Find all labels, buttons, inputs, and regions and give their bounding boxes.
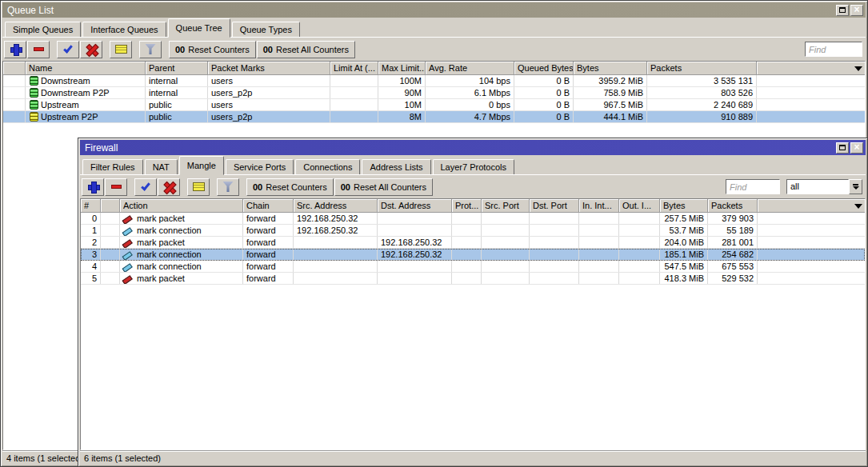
comment-icon xyxy=(193,182,205,191)
column-out-interface[interactable]: Out. I... xyxy=(619,199,660,213)
column-protocol[interactable]: Prot... xyxy=(452,199,482,213)
column-name[interactable]: Name xyxy=(26,62,146,75)
queue-bytes: 758.9 MiB xyxy=(574,87,647,98)
reset-all-counters-label: Reset All Counters xyxy=(354,182,426,192)
queue-avg-rate: 4.7 Mbps xyxy=(426,111,514,122)
tab-mangle[interactable]: Mangle xyxy=(179,156,224,175)
chain-filter-combo[interactable]: all xyxy=(786,179,862,194)
tab-nat[interactable]: NAT xyxy=(145,159,178,175)
tab-filter-rules[interactable]: Filter Rules xyxy=(82,159,143,175)
maximize-button[interactable] xyxy=(836,5,849,16)
filter-button[interactable] xyxy=(217,178,239,196)
mangle-rule-row[interactable]: 2 mark packet forward 192.168.250.32 204… xyxy=(81,237,865,249)
column-select-button[interactable] xyxy=(853,63,863,74)
close-icon: × xyxy=(854,143,859,151)
rule-number: 5 xyxy=(81,273,101,284)
tab-queue-types[interactable]: Queue Types xyxy=(232,22,300,38)
column-in-interface[interactable]: In. Int... xyxy=(579,199,619,213)
disable-button[interactable] xyxy=(158,178,180,196)
mangle-rule-row[interactable]: 0 mark packet forward 192.168.250.32 257… xyxy=(81,213,865,225)
tab-address-lists[interactable]: Address Lists xyxy=(362,159,430,175)
column-packet-marks[interactable]: Packet Marks xyxy=(208,62,330,75)
comment-button[interactable] xyxy=(187,178,210,196)
disable-button[interactable] xyxy=(80,41,102,58)
chain-filter-value[interactable]: all xyxy=(786,179,849,194)
column-packets[interactable]: Packets xyxy=(647,62,757,75)
rule-dst-address: 192.168.250.32 xyxy=(378,237,452,248)
tab-simple-queues[interactable]: Simple Queues xyxy=(5,22,81,38)
column-dst-port[interactable]: Dst. Port xyxy=(530,199,579,213)
minus-icon xyxy=(34,47,44,51)
queue-row[interactable]: Upstream public users 10M 0 bps 0 B 967.… xyxy=(3,99,865,111)
column-flags[interactable] xyxy=(101,199,120,213)
find-input[interactable] xyxy=(726,179,780,194)
comment-button[interactable] xyxy=(110,41,132,58)
funnel-icon xyxy=(146,44,156,54)
tab-interface-queues[interactable]: Interface Queues xyxy=(82,22,166,38)
queue-queued-bytes: 0 B xyxy=(514,99,574,110)
queue-queued-bytes: 0 B xyxy=(514,75,574,86)
rule-dst-address xyxy=(378,273,452,284)
column-select-button[interactable] xyxy=(853,201,863,211)
column-bytes[interactable]: Bytes xyxy=(660,199,708,213)
column-number[interactable]: # xyxy=(81,199,101,213)
enable-button[interactable] xyxy=(134,178,157,196)
queue-avg-rate: 0 bps xyxy=(426,99,514,110)
chain-filter-dropdown-button[interactable] xyxy=(849,179,862,194)
queue-name: Upstream xyxy=(41,100,79,110)
firewall-titlebar[interactable]: Firewall × xyxy=(80,140,866,155)
add-button[interactable] xyxy=(4,41,26,58)
close-button[interactable]: × xyxy=(850,142,863,154)
close-button[interactable]: × xyxy=(850,5,863,16)
mangle-rule-row[interactable]: 5 mark packet forward 418.3 MiB 529 532 xyxy=(81,273,865,285)
queue-list-titlebar[interactable]: Queue List × xyxy=(2,2,866,18)
rule-src-address xyxy=(294,273,378,284)
column-chain[interactable]: Chain xyxy=(243,199,294,213)
rule-number: 3 xyxy=(81,249,101,260)
rule-bytes: 418.3 MiB xyxy=(660,273,708,284)
queue-name: Downstream xyxy=(41,76,90,86)
column-packets[interactable]: Packets xyxy=(708,199,758,213)
queue-list-tabstrip: Simple Queues Interface Queues Queue Tre… xyxy=(2,18,866,38)
remove-button[interactable] xyxy=(105,178,127,196)
firewall-window: Firewall × Filter Rules NAT Mangle Servi… xyxy=(78,138,868,467)
tab-service-ports[interactable]: Service Ports xyxy=(226,159,294,175)
maximize-button[interactable] xyxy=(836,142,849,154)
tab-queue-tree[interactable]: Queue Tree xyxy=(168,18,230,38)
column-src-port[interactable]: Src. Port xyxy=(482,199,530,213)
tab-layer7-protocols[interactable]: Layer7 Protocols xyxy=(433,159,515,175)
mangle-rule-row-selected[interactable]: 3 mark connection forward 192.168.250.32… xyxy=(81,249,865,261)
column-action[interactable]: Action xyxy=(120,199,243,213)
rule-action: mark connection xyxy=(137,249,202,260)
remove-button[interactable] xyxy=(27,41,50,58)
mangle-rule-row[interactable]: 4 mark connection forward 547.5 MiB 675 … xyxy=(81,261,865,273)
queue-row[interactable]: Downstream internal users 100M 104 bps 0… xyxy=(3,75,865,87)
reset-all-counters-button[interactable]: 00 Reset All Counters xyxy=(334,178,433,196)
filter-button[interactable] xyxy=(139,41,162,58)
mangle-rule-row[interactable]: 1 mark connection forward 192.168.250.32… xyxy=(81,225,865,237)
column-dst-address[interactable]: Dst. Address xyxy=(378,199,452,213)
column-avg-rate[interactable]: Avg. Rate xyxy=(426,62,514,75)
firewall-table-header: # Action Chain Src. Address Dst. Address… xyxy=(81,199,865,213)
comment-icon xyxy=(115,45,127,54)
reset-all-counters-button[interactable]: 00 Reset All Counters xyxy=(257,41,355,58)
find-input[interactable] xyxy=(805,42,862,57)
queue-row[interactable]: Downstream P2P internal users_p2p 90M 6.… xyxy=(3,87,865,99)
enable-button[interactable] xyxy=(57,41,79,58)
column-limit-at[interactable]: Limit At (... xyxy=(330,62,378,75)
column-parent[interactable]: Parent xyxy=(146,62,208,75)
add-button[interactable] xyxy=(82,178,104,196)
queue-row-selected[interactable]: Upstream P2P public users_p2p 8M 4.7 Mbp… xyxy=(3,111,865,123)
tab-connections[interactable]: Connections xyxy=(295,159,360,175)
mark-packet-icon xyxy=(123,273,134,284)
column-queued-bytes[interactable]: Queued Bytes xyxy=(514,62,574,75)
column-max-limit[interactable]: Max Limit... xyxy=(378,62,426,75)
reset-counters-button[interactable]: 00 Reset Counters xyxy=(246,178,334,196)
column-flags[interactable] xyxy=(3,62,26,75)
column-src-address[interactable]: Src. Address xyxy=(294,199,378,213)
queue-packets: 2 240 689 xyxy=(647,99,757,110)
column-bytes[interactable]: Bytes xyxy=(574,62,647,75)
queue-avg-rate: 6.1 Mbps xyxy=(426,87,514,98)
reset-counters-button[interactable]: 00 Reset Counters xyxy=(169,41,256,58)
reset-all-counters-00: 00 xyxy=(341,182,350,192)
